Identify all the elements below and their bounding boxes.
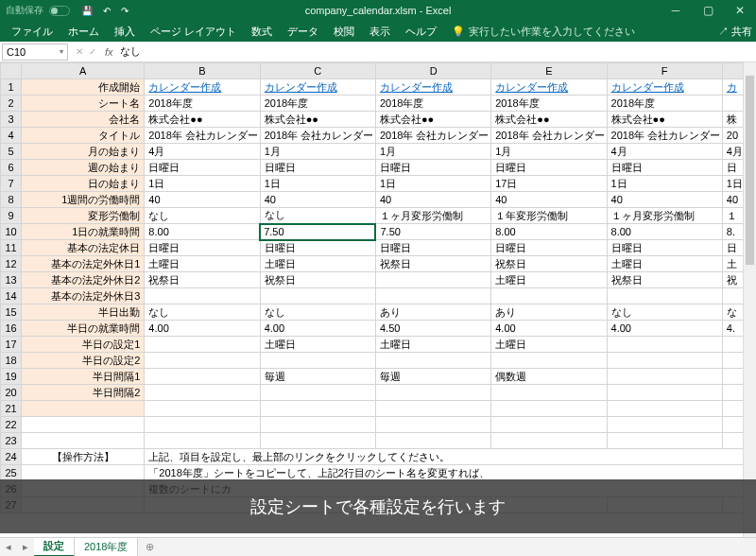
col-F[interactable]: F [607, 63, 722, 79]
scrollbar-thumb[interactable] [746, 76, 754, 265]
add-sheet-icon[interactable]: ⊕ [138, 541, 162, 553]
window-title: company_calendar.xlsm - Excel [305, 5, 452, 16]
search-icon: 💡 [452, 26, 465, 38]
maximize-icon[interactable]: ▢ [692, 0, 724, 21]
close-icon[interactable]: ✕ [724, 0, 756, 21]
tab-home[interactable]: ホーム [60, 21, 107, 42]
tab-nav-prev[interactable]: ◂ [0, 541, 17, 553]
fx-label: fx [105, 46, 113, 58]
formula-bar: C10▾ ✕✓ fx なし [0, 42, 756, 62]
minimize-icon[interactable]: ─ [660, 0, 692, 21]
tab-nav-next[interactable]: ▸ [17, 541, 34, 553]
col-E[interactable]: E [491, 63, 607, 79]
col-C[interactable]: C [260, 63, 375, 79]
undo-icon[interactable]: ↶ [103, 6, 111, 16]
col-A[interactable]: A [22, 63, 145, 79]
share-button[interactable]: ↗ 共有 [718, 25, 752, 39]
chevron-down-icon[interactable]: ▾ [60, 47, 63, 56]
cancel-icon[interactable]: ✕ [76, 46, 83, 57]
active-cell[interactable]: 7.50▾ [260, 224, 375, 240]
quick-access-toolbar: 💾 ↶ ↷ [77, 6, 132, 16]
grid: A B C D E F 1作成開始カレンダー作成カレンダー作成カレンダー作成カレ… [0, 62, 743, 513]
enter-icon[interactable]: ✓ [89, 46, 96, 57]
formula-value[interactable]: なし [116, 44, 145, 59]
sheet-tab-2018[interactable]: 2018年度 [75, 538, 138, 557]
tab-formulas[interactable]: 数式 [244, 21, 280, 42]
tab-insert[interactable]: 挿入 [107, 21, 143, 42]
tell-me-search[interactable]: 💡実行したい作業を入力してください [452, 25, 635, 39]
col-D[interactable]: D [375, 63, 490, 79]
sheet-tabs: ◂ ▸ 設定 2018年度 ⊕ [0, 537, 756, 556]
save-icon[interactable]: 💾 [81, 6, 93, 16]
redo-icon[interactable]: ↷ [121, 6, 129, 16]
ribbon-tabs: ファイル ホーム 挿入 ページ レイアウト 数式 データ 校閲 表示 ヘルプ 💡… [0, 21, 756, 42]
name-box[interactable]: C10▾ [2, 43, 68, 61]
titlebar: 自動保存 💾 ↶ ↷ company_calendar.xlsm - Excel… [0, 0, 756, 21]
tab-review[interactable]: 校閲 [326, 21, 362, 42]
tab-pagelayout[interactable]: ページ レイアウト [143, 21, 244, 42]
col-G[interactable] [722, 63, 743, 79]
vertical-scrollbar[interactable] [743, 62, 756, 537]
select-all[interactable] [1, 63, 22, 79]
autosave-label: 自動保存 [6, 4, 43, 17]
tab-view[interactable]: 表示 [362, 21, 398, 42]
tab-help[interactable]: ヘルプ [398, 21, 444, 42]
worksheet-area[interactable]: A B C D E F 1作成開始カレンダー作成カレンダー作成カレンダー作成カレ… [0, 62, 743, 537]
autosave-toggle[interactable] [49, 6, 70, 16]
caption-overlay: 設定シートで各種設定を行います [0, 479, 756, 533]
col-B[interactable]: B [145, 63, 260, 79]
row-1[interactable]: 1 [1, 79, 22, 96]
tab-data[interactable]: データ [280, 21, 326, 42]
sheet-tab-settings[interactable]: 設定 [34, 538, 75, 557]
tab-file[interactable]: ファイル [4, 21, 60, 42]
